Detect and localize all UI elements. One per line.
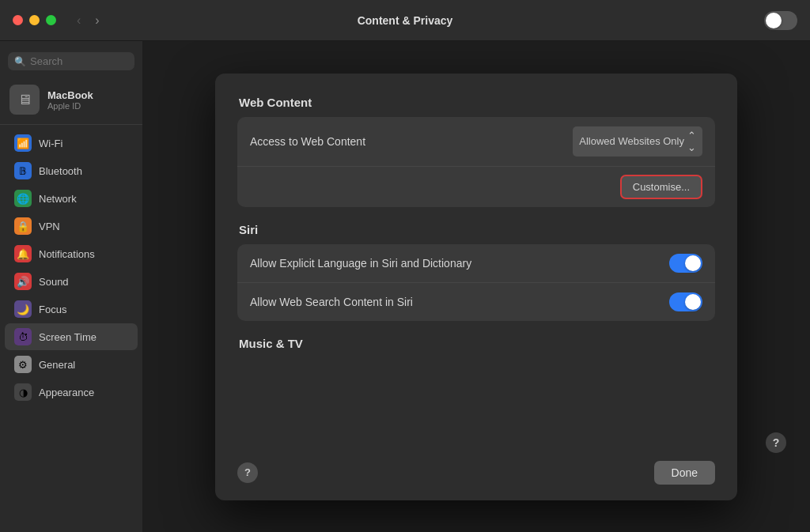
siri-toggle-2[interactable] — [669, 292, 702, 311]
avatar: 🖥 — [9, 85, 40, 115]
toggle-thumb — [685, 255, 701, 271]
window-help-button[interactable]: ? — [766, 432, 786, 453]
general-icon: ⚙ — [14, 356, 32, 373]
sidebar-item-label: Screen Time — [39, 331, 97, 343]
appearance-icon: ◑ — [14, 383, 32, 401]
sidebar-item-label: Network — [39, 193, 77, 205]
sidebar-item-label: Bluetooth — [39, 165, 82, 177]
sidebar-item-appearance[interactable]: ◑ Appearance — [5, 379, 138, 406]
profile-info: MacBook Apple ID — [47, 89, 93, 111]
siri-card: Allow Explicit Language in Siri and Dict… — [237, 244, 715, 321]
search-input[interactable] — [30, 55, 128, 67]
sidebar-item-bluetooth[interactable]: 𝔹 Bluetooth — [5, 157, 138, 184]
toggle-thumb — [685, 294, 701, 310]
sidebar-item-general[interactable]: ⚙ General — [5, 351, 138, 378]
back-button[interactable]: ‹ — [72, 12, 85, 29]
wifi-icon: 📶 — [14, 134, 32, 152]
siri-row1-label: Allow Explicit Language in Siri and Dict… — [250, 257, 471, 270]
forward-button[interactable]: › — [90, 12, 104, 29]
master-toggle[interactable] — [764, 11, 797, 30]
titlebar-toggle[interactable] — [764, 11, 797, 30]
sidebar-item-label: Appearance — [39, 387, 94, 398]
screentime-icon: ⏱ — [14, 328, 32, 345]
dialog-bottom: ? Done — [237, 455, 715, 485]
sidebar-item-notifications[interactable]: 🔔 Notifications — [5, 240, 138, 267]
content-area: Web Content Access to Web Content Allowe… — [142, 41, 810, 532]
minimize-button[interactable] — [29, 15, 40, 25]
web-content-title: Web Content — [237, 96, 715, 109]
vpn-icon: 🔒 — [14, 217, 32, 235]
music-tv-title: Music & TV — [237, 337, 715, 350]
siri-title: Siri — [237, 223, 715, 236]
web-content-section: Web Content Access to Web Content Allowe… — [237, 96, 715, 207]
access-dropdown[interactable]: Allowed Websites Only ⌃⌄ — [573, 126, 702, 157]
sidebar-item-label: General — [39, 359, 75, 371]
network-icon: 🌐 — [14, 190, 32, 207]
customise-button[interactable]: Customise... — [620, 175, 702, 199]
sidebar-item-wifi[interactable]: 📶 Wi-Fi — [5, 130, 138, 157]
sidebar-item-sound[interactable]: 🔊 Sound — [5, 268, 138, 295]
sound-icon: 🔊 — [14, 273, 32, 290]
sidebar-profile[interactable]: 🖥 MacBook Apple ID — [0, 78, 142, 125]
window-title: Content & Privacy — [358, 14, 453, 27]
sidebar-item-label: VPN — [39, 221, 60, 232]
access-label: Access to Web Content — [250, 135, 365, 148]
notifications-icon: 🔔 — [14, 245, 32, 262]
title-bar: ‹ › Content & Privacy — [0, 0, 810, 41]
focus-icon: 🌙 — [14, 300, 32, 318]
access-right: Allowed Websites Only ⌃⌄ — [573, 126, 702, 157]
maximize-button[interactable] — [46, 15, 56, 25]
web-content-card: Access to Web Content Allowed Websites O… — [237, 117, 715, 207]
siri-row-1: Allow Explicit Language in Siri and Dict… — [237, 244, 715, 283]
profile-subtitle: Apple ID — [47, 101, 93, 111]
sidebar-item-focus[interactable]: 🌙 Focus — [5, 296, 138, 323]
access-row: Access to Web Content Allowed Websites O… — [237, 117, 715, 167]
siri-row-2: Allow Web Search Content in Siri — [237, 283, 715, 321]
window-controls — [13, 15, 56, 25]
customise-row: Customise... — [237, 167, 715, 207]
siri-toggle-1[interactable] — [669, 254, 702, 273]
sidebar-item-screentime[interactable]: ⏱ Screen Time — [5, 323, 138, 350]
dropdown-arrow-icon: ⌃⌄ — [687, 130, 696, 153]
siri-section: Siri Allow Explicit Language in Siri and… — [237, 223, 715, 321]
siri-row2-label: Allow Web Search Content in Siri — [250, 296, 413, 308]
done-button[interactable]: Done — [654, 461, 715, 485]
sidebar-item-label: Notifications — [39, 248, 95, 260]
main-layout: 🔍 🖥 MacBook Apple ID 📶 Wi-Fi 𝔹 Bluetooth… — [0, 41, 810, 532]
bluetooth-icon: 𝔹 — [14, 162, 32, 179]
music-tv-section: Music & TV — [237, 337, 715, 350]
dialog-panel: Web Content Access to Web Content Allowe… — [215, 74, 737, 500]
close-button[interactable] — [13, 15, 23, 25]
access-value: Allowed Websites Only — [579, 135, 684, 147]
nav-arrows: ‹ › — [72, 12, 104, 29]
search-icon: 🔍 — [14, 56, 26, 67]
sidebar-item-label: Sound — [39, 276, 69, 288]
help-button[interactable]: ? — [237, 462, 258, 483]
search-bar[interactable]: 🔍 — [8, 52, 134, 70]
sidebar-item-label: Wi-Fi — [39, 138, 62, 149]
sidebar-item-network[interactable]: 🌐 Network — [5, 185, 138, 212]
profile-name: MacBook — [47, 89, 93, 101]
sidebar-item-vpn[interactable]: 🔒 VPN — [5, 213, 138, 240]
sidebar-item-label: Focus — [39, 304, 66, 315]
sidebar: 🔍 🖥 MacBook Apple ID 📶 Wi-Fi 𝔹 Bluetooth… — [0, 41, 142, 532]
